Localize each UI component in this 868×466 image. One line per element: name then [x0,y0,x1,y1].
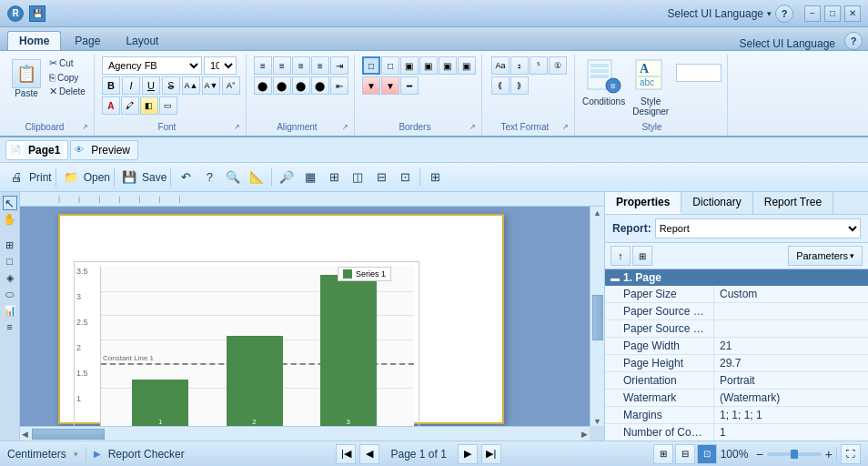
horizontal-scroll-thumb[interactable] [32,429,105,440]
toolbar-zoom-button[interactable]: 🔍 [222,167,244,188]
font-shrink-button[interactable]: A▼ [202,76,220,95]
left-tool-3[interactable]: ◈ [3,270,17,285]
delete-button[interactable]: ✕ Delete [46,85,88,98]
view-btn-1[interactable]: ⊞ [653,444,673,464]
toolbar-page-setup-button[interactable]: 📐 [246,167,267,188]
zoom-thumb[interactable] [791,450,798,459]
tab-page[interactable]: Page [63,31,112,50]
maximize-button[interactable]: □ [824,5,841,22]
last-page-button[interactable]: ▶| [481,444,501,464]
toolbar-find-button[interactable]: 🔎 [276,167,298,188]
sort-asc-button[interactable]: ↑ [611,246,631,266]
border-style-6-button[interactable]: ▣ [458,56,476,75]
tab-home[interactable]: Home [7,31,61,50]
highlight-color-button[interactable]: 🖍 [121,96,139,115]
align-outdent-button[interactable]: ⇤ [330,76,348,95]
text-format-btn-6[interactable]: ⟫ [510,76,529,95]
left-tool-6[interactable]: ≡ [3,319,17,334]
scroll-right-arrow[interactable]: ▶ [581,430,588,439]
text-format-expand-icon[interactable]: ↗ [562,123,569,131]
border-style-1-button[interactable]: □ [362,56,380,75]
font-grow-button[interactable]: A▲ [182,76,200,95]
left-tool-2[interactable]: □ [3,254,17,268]
left-tool-select[interactable]: ↖ [3,196,17,210]
view-btn-2[interactable]: ⊟ [675,444,695,464]
zoom-slider[interactable] [767,452,822,456]
toolbar-open-label[interactable]: Open [84,171,110,184]
scroll-left-arrow[interactable]: ◀ [22,430,28,439]
left-tool-4[interactable]: ⬭ [3,287,17,301]
tab-layout[interactable]: Layout [114,31,170,50]
text-format-btn-4[interactable]: ① [549,56,567,75]
border-style-5-button[interactable]: ▣ [439,56,457,75]
border-color-select-button[interactable]: ▼ [381,76,399,95]
quick-save-button[interactable]: 💾 [29,5,45,22]
zoom-minus-button[interactable]: − [756,447,763,461]
style-name-input[interactable] [676,64,722,82]
chart-container[interactable]: 3.5 3 2.5 2 1.5 1 [74,261,419,441]
report-checker-label[interactable]: Report Checker [108,448,185,461]
font-name-select[interactable]: Agency FB [102,56,202,75]
units-label[interactable]: Centimeters [7,448,66,461]
font-size-select[interactable]: 10 [204,56,237,75]
toolbar-view-btn4[interactable]: ⊟ [370,167,392,188]
text-format-btn-5[interactable]: ⟪ [491,76,510,95]
page1-tab[interactable]: Page1 [25,142,64,158]
help-icon[interactable]: ? [844,32,863,50]
section-page[interactable]: ▬ 1. Page [605,269,868,286]
paste-button[interactable]: 📋 Paste [9,56,44,101]
toolbar-view-btn1[interactable]: ▦ [299,167,321,188]
align-top-right-button[interactable]: ≡ [292,56,310,75]
text-format-btn-1[interactable]: Aa [491,56,510,75]
border-line-style-button[interactable]: ━ [400,76,419,95]
ui-language-label[interactable]: Select UI Language [668,7,763,20]
toolbar-print-button[interactable]: 🖨 [5,167,27,188]
report-select[interactable]: Report [655,218,861,238]
alignment-expand-icon[interactable]: ↗ [342,123,348,131]
toolbar-view-btn3[interactable]: ◫ [347,167,368,188]
bold-button[interactable]: B [102,76,120,95]
style-designer-button[interactable]: A abc StyleDesigner [631,56,671,116]
help-button[interactable]: ? [775,5,793,23]
tab-dictionary[interactable]: Dictionary [681,192,752,214]
copy-button[interactable]: ⎘ Copy [46,71,88,84]
toolbar-save-button[interactable]: 💾 [118,167,140,188]
align-top-left-button[interactable]: ≡ [254,56,272,75]
font-expand-icon[interactable]: ↗ [234,123,240,131]
text-format-btn-3[interactable]: ⁵ [530,56,548,75]
underline-button[interactable]: U [142,76,160,95]
preview-tab[interactable]: Preview [87,142,134,158]
parameters-button[interactable]: Parameters ▾ [788,246,863,266]
tab-report-tree[interactable]: Report Tree [753,192,833,214]
ui-language-dropdown-icon[interactable]: ▾ [767,9,772,18]
first-page-button[interactable]: |◀ [336,444,356,464]
tab-properties[interactable]: Properties [605,192,681,214]
strikethrough-button[interactable]: S [162,76,180,95]
toolbar-extra-button[interactable]: ⊞ [424,167,446,188]
toolbar-print-label[interactable]: Print [29,171,52,184]
border-style-3-button[interactable]: ▣ [400,56,419,75]
font-reset-button[interactable]: A° [222,76,240,95]
clipboard-expand-icon[interactable]: ↗ [82,123,88,131]
toolbar-open-button[interactable]: 📁 [60,167,82,188]
prev-page-button[interactable]: ◀ [359,444,379,464]
vertical-scroll-thumb[interactable] [592,295,603,340]
border-style-2-button[interactable]: □ [381,56,399,75]
fill-color-button[interactable]: ◧ [140,96,158,115]
units-dropdown-icon[interactable]: ▾ [74,450,78,459]
next-page-button[interactable]: ▶ [458,444,478,464]
sort-categories-button[interactable]: ⊞ [632,246,652,266]
close-button[interactable]: ✕ [844,5,861,22]
fullscreen-button[interactable]: ⛶ [841,444,861,464]
toolbar-undo-button[interactable]: ↶ [175,167,197,188]
minimize-button[interactable]: − [804,5,821,22]
font-color-button[interactable]: A [102,96,120,115]
align-top-center-button[interactable]: ≡ [273,56,291,75]
align-justify-button[interactable]: ⬤ [311,76,329,95]
align-top-justify-button[interactable]: ≡ [311,56,329,75]
align-left-button[interactable]: ⬤ [254,76,272,95]
borders-expand-icon[interactable]: ↗ [469,123,476,131]
vertical-scrollbar[interactable]: ▲ ▼ [590,207,604,426]
left-tool-5[interactable]: 📊 [3,303,17,318]
italic-button[interactable]: I [122,76,140,95]
